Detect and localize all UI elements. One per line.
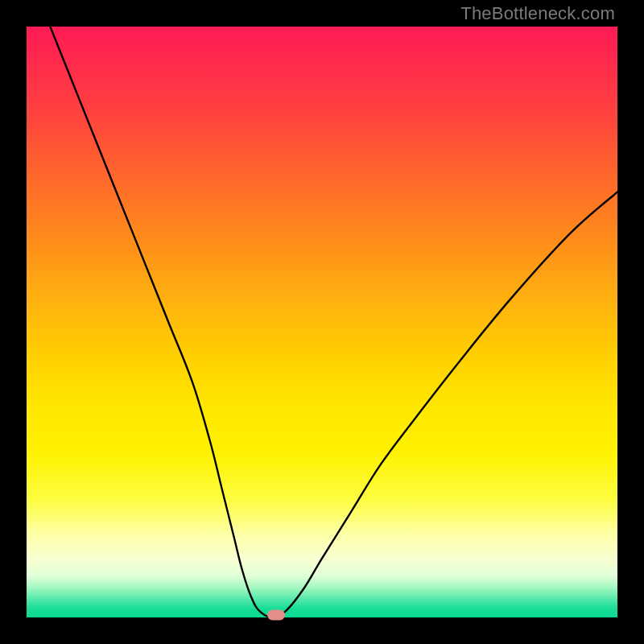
optimal-marker xyxy=(267,610,285,621)
plot-area xyxy=(27,27,617,617)
chart-frame: TheBottleneck.com xyxy=(0,0,644,644)
bottleneck-curve xyxy=(27,27,617,617)
watermark-text: TheBottleneck.com xyxy=(460,3,615,24)
